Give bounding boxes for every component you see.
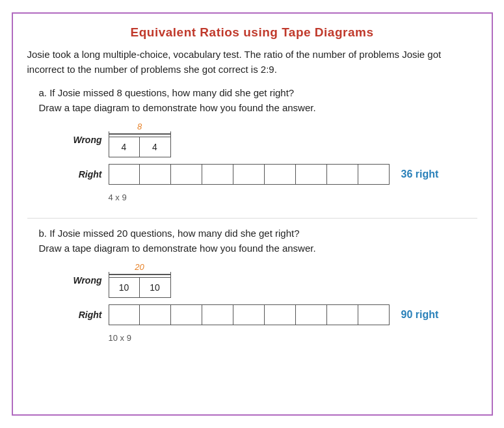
- wrong-label-b: Wrong: [66, 275, 102, 286]
- right-box-b-3: [171, 304, 202, 325]
- right-box-b-9: [358, 304, 390, 325]
- wrong-label-a: Wrong: [66, 135, 102, 145]
- right-box-b-1: [109, 304, 140, 325]
- right-box-a-9: [358, 164, 390, 185]
- question-a: a. If Josie missed 8 questions, how many…: [39, 86, 477, 115]
- mult-label-a: 4 x 9: [109, 193, 127, 202]
- wrong-boxes-wrapper-b: 20 10 10: [109, 262, 171, 298]
- brace-horiz-a: [109, 133, 170, 135]
- wrong-box-b-1: 10: [109, 277, 140, 298]
- right-box-b-5: [233, 304, 265, 325]
- right-boxes-b: [109, 304, 390, 325]
- right-row-a: Right 36 right: [66, 164, 439, 185]
- brace-number-a: 8: [137, 122, 142, 131]
- right-answer-b: 90 right: [401, 309, 439, 321]
- right-label-b: Right: [66, 310, 102, 320]
- wrong-boxes-b: 10 10: [109, 277, 171, 298]
- diagram-a: Wrong 8 4 4: [66, 122, 477, 206]
- wrong-row-a: Wrong 8 4 4: [66, 122, 171, 157]
- right-box-b-8: [327, 304, 358, 325]
- right-box-a-6: [265, 164, 296, 185]
- brace-tick-right-a: [170, 131, 171, 137]
- brace-a: 8: [109, 122, 171, 137]
- right-box-a-4: [202, 164, 233, 185]
- right-row-b: Right 90 right: [66, 304, 439, 325]
- section-b: b. If Josie missed 20 questions, how man…: [27, 226, 477, 347]
- page-title: Equivalent Ratios using Tape Diagrams: [27, 25, 477, 40]
- right-box-b-6: [265, 304, 296, 325]
- section-a: a. If Josie missed 8 questions, how many…: [27, 86, 477, 206]
- divider: [27, 218, 477, 219]
- wrong-box-b-2: 10: [140, 277, 171, 298]
- right-boxes-a: [109, 164, 390, 185]
- wrong-box-a-1: 4: [109, 137, 140, 157]
- brace-number-b: 20: [135, 262, 144, 272]
- wrong-box-a-2: 4: [140, 137, 171, 157]
- mult-label-b: 10 x 9: [109, 333, 131, 343]
- brace-line-a: [109, 131, 171, 137]
- right-answer-a: 36 right: [401, 168, 439, 180]
- right-box-a-3: [171, 164, 202, 185]
- right-label-a: Right: [66, 169, 102, 180]
- intro-text: Josie took a long multiple-choice, vocab…: [27, 47, 477, 77]
- right-box-b-7: [296, 304, 327, 325]
- main-container: Equivalent Ratios using Tape Diagrams Jo…: [12, 12, 493, 416]
- diagram-b: Wrong 20 10 10: [66, 262, 477, 347]
- brace-horiz-b: [109, 274, 170, 275]
- brace-tick-right-b: [170, 272, 171, 277]
- brace-b: 20: [109, 262, 171, 277]
- right-box-b-4: [202, 304, 233, 325]
- wrong-row-b: Wrong 20 10 10: [66, 262, 171, 298]
- wrong-boxes-a: 4 4: [109, 137, 171, 157]
- brace-line-b: [109, 272, 171, 277]
- right-box-a-1: [109, 164, 140, 185]
- right-box-b-2: [140, 304, 171, 325]
- question-b: b. If Josie missed 20 questions, how man…: [39, 226, 477, 256]
- right-box-a-7: [296, 164, 327, 185]
- right-box-a-5: [233, 164, 265, 185]
- right-box-a-8: [327, 164, 358, 185]
- wrong-boxes-wrapper-a: 8 4 4: [109, 122, 171, 157]
- right-box-a-2: [140, 164, 171, 185]
